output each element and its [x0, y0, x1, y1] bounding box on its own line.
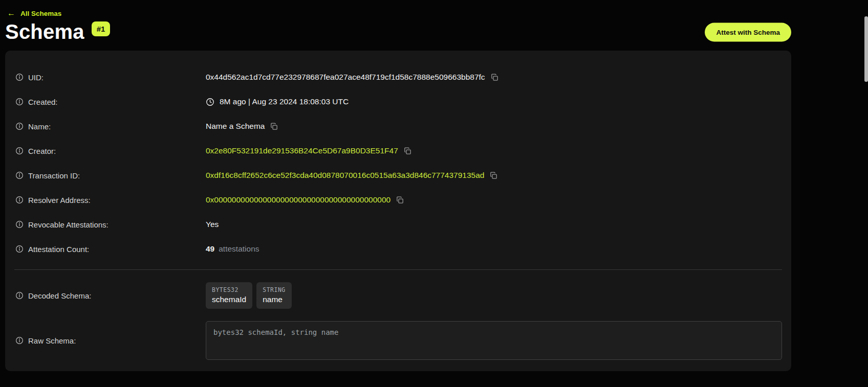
row-decoded-schema: Decoded Schema: BYTES32 schemaId STRING … — [14, 281, 782, 310]
uid-value: 0x44d562ac1d7cd77e232978687fea027ace48f7… — [206, 73, 485, 82]
attestation-count-value: 49 — [206, 244, 214, 254]
revocable-value: Yes — [206, 220, 219, 229]
row-transaction-id: Transaction ID: 0xdf16c8cff2652c6ce52f3c… — [14, 163, 782, 188]
info-icon — [15, 336, 24, 345]
divider — [14, 269, 782, 270]
copy-icon[interactable] — [396, 196, 404, 204]
copy-icon[interactable] — [489, 171, 498, 180]
back-link-label: All Schemas — [20, 10, 61, 17]
schema-field-chip: STRING name — [256, 282, 292, 309]
page-container: ← All Schemas Schema #1 Attest with Sche… — [5, 0, 791, 371]
scrollbar-thumb[interactable] — [864, 16, 868, 82]
row-raw-schema: Raw Schema: bytes32 schemaId, string nam… — [14, 321, 782, 360]
row-decoded-schema-label: Decoded Schema: — [28, 291, 91, 300]
row-revocable-label: Revocable Attestations: — [28, 220, 108, 229]
field-type: STRING — [263, 286, 286, 293]
info-icon — [15, 245, 24, 253]
row-creator: Creator: 0x2e80F532191de291536B24Ce5D67a… — [14, 139, 782, 163]
row-resolver-address-label: Resolver Address: — [28, 196, 91, 204]
page-title: Schema — [5, 20, 84, 43]
copy-icon[interactable] — [403, 147, 412, 155]
name-value: Name a Schema — [206, 122, 265, 131]
creator-address-link[interactable]: 0x2e80F532191de291536B24Ce5D67a9B0D3E51F… — [206, 146, 398, 155]
attestations-link[interactable]: attestations — [219, 244, 259, 254]
info-icon — [15, 220, 24, 229]
info-icon — [15, 73, 24, 81]
row-created: Created: 8M ago | Aug 23 2024 18:08:03 U… — [14, 89, 782, 114]
row-revocable-attestations: Revocable Attestations: Yes — [14, 212, 782, 237]
row-creator-label: Creator: — [28, 147, 56, 155]
row-transaction-id-label: Transaction ID: — [28, 171, 80, 180]
clock-icon — [206, 98, 214, 106]
copy-icon[interactable] — [270, 122, 278, 131]
arrow-left-icon: ← — [7, 9, 15, 17]
info-icon — [15, 147, 24, 155]
row-created-label: Created: — [28, 98, 58, 106]
attest-with-schema-button[interactable]: Attest with Schema — [705, 22, 791, 41]
info-icon — [15, 98, 24, 106]
field-name: schemaId — [212, 295, 246, 304]
row-uid-label: UID: — [28, 73, 44, 82]
info-icon — [15, 291, 24, 300]
scrollbar-track[interactable] — [864, 0, 868, 387]
info-icon — [15, 196, 24, 204]
field-name: name — [263, 295, 283, 304]
back-to-all-schemas-link[interactable]: ← All Schemas — [7, 9, 61, 17]
transaction-id-link[interactable]: 0xdf16c8cff2652c6ce52f3cda40d0878070016c… — [206, 171, 484, 180]
row-attestation-count: Attestation Count: 49 attestations — [14, 237, 782, 261]
info-icon — [15, 171, 24, 179]
row-resolver-address: Resolver Address: 0x00000000000000000000… — [14, 188, 782, 212]
row-uid: UID: 0x44d562ac1d7cd77e232978687fea027ac… — [14, 65, 782, 89]
resolver-address-link[interactable]: 0x00000000000000000000000000000000000000… — [206, 195, 390, 204]
row-name: Name: Name a Schema — [14, 114, 782, 139]
raw-schema-textarea[interactable]: bytes32 schemaId, string name — [206, 321, 782, 360]
row-attestation-count-label: Attestation Count: — [28, 245, 89, 254]
decoded-schema-chips: BYTES32 schemaId STRING name — [206, 282, 292, 309]
row-raw-schema-label: Raw Schema: — [28, 336, 76, 345]
schema-number-badge: #1 — [92, 21, 111, 36]
row-name-label: Name: — [28, 122, 51, 131]
header: Schema #1 Attest with Schema — [5, 20, 791, 43]
created-value: 8M ago | Aug 23 2024 18:08:03 UTC — [220, 97, 349, 106]
schema-detail-card: UID: 0x44d562ac1d7cd77e232978687fea027ac… — [5, 51, 791, 371]
copy-icon[interactable] — [490, 73, 499, 82]
field-type: BYTES32 — [212, 286, 246, 293]
schema-field-chip: BYTES32 schemaId — [206, 282, 252, 309]
info-icon — [15, 122, 24, 130]
